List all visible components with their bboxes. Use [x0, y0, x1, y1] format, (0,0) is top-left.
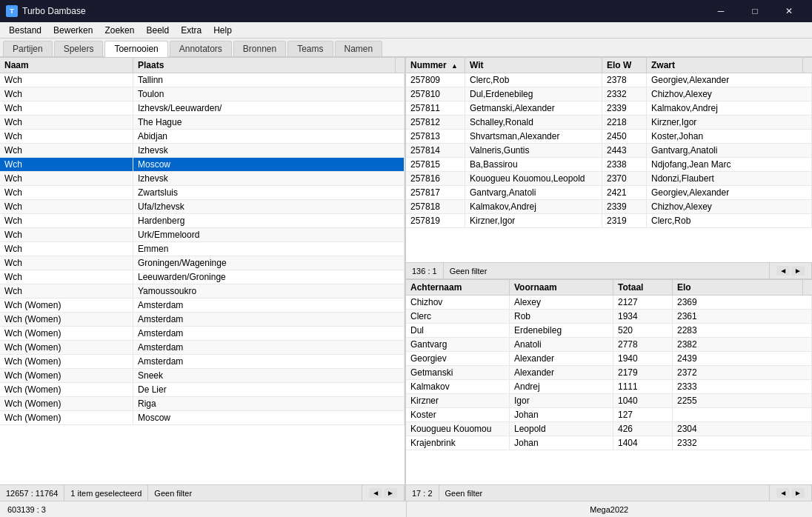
right-top-grid-body[interactable]: 257809 Clerc,Rob 2378 Georgiev,Alexander…: [406, 73, 812, 262]
left-table-row[interactable]: Wch Toulon: [0, 87, 405, 101]
right-bottom-table-row[interactable]: Kirzner Igor 1040 2255: [406, 394, 812, 408]
right-top-table-row[interactable]: 257815 Ba,Bassirou 2338 Ndjofang,Jean Ma…: [406, 158, 812, 172]
left-table-row[interactable]: Wch (Women) Sneek: [0, 369, 405, 383]
right-top-table-row[interactable]: 257818 Kalmakov,Andrej 2339 Chizhov,Alex…: [406, 200, 812, 214]
right-bottom-table-row[interactable]: Koster Johan 127: [406, 408, 812, 422]
right-bottom-cell-totaal: 127: [613, 408, 673, 421]
col-header-wit[interactable]: Wit: [465, 58, 602, 73]
right-top-table-row[interactable]: 257811 Getmanski,Alexander 2339 Kalmakov…: [406, 101, 812, 116]
right-bottom-cell-voornaam: Johan: [510, 436, 613, 450]
menu-bewerken[interactable]: Bewerken: [47, 24, 99, 37]
tab-bronnen[interactable]: Bronnen: [233, 41, 286, 56]
right-bottom-nav-next[interactable]: ►: [791, 488, 805, 498]
right-top-cell-wit: Getmanski,Alexander: [465, 101, 602, 115]
right-top-table-row[interactable]: 257817 Gantvarg,Anatoli 2421 Georgiev,Al…: [406, 186, 812, 200]
left-table-row[interactable]: Wch (Women) Amsterdam: [0, 341, 405, 355]
left-table-row[interactable]: Wch Izhevsk/Leeuwarden/: [0, 101, 405, 116]
left-table-row[interactable]: Wch (Women) Moscow: [0, 411, 405, 425]
menu-help[interactable]: Help: [207, 24, 238, 37]
col-header-elow[interactable]: Elo W: [602, 58, 647, 73]
col-header-voornaam[interactable]: Voornaam: [510, 280, 613, 295]
right-top-table-row[interactable]: 257812 Schalley,Ronald 2218 Kirzner,Igor: [406, 116, 812, 130]
menu-zoeken[interactable]: Zoeken: [99, 24, 140, 37]
menu-bestand[interactable]: Bestand: [3, 24, 47, 37]
left-table-row[interactable]: Wch Abidjan: [0, 130, 405, 144]
right-bottom-table-row[interactable]: Krajenbrink Johan 1404 2332: [406, 436, 812, 450]
col-header-totaal[interactable]: Totaal: [613, 280, 673, 295]
left-table-row[interactable]: Wch Ufa/Izhevsk: [0, 200, 405, 214]
right-top-cell-wit: Kalmakov,Andrej: [465, 200, 602, 213]
right-bottom-cell-elo: 2382: [673, 338, 812, 351]
col-header-elo[interactable]: Elo: [673, 280, 803, 295]
right-bottom-table-row[interactable]: Getmanski Alexander 2179 2372: [406, 366, 812, 380]
left-table-row[interactable]: Wch (Women) De Lier: [0, 383, 405, 397]
left-table-row[interactable]: Wch Moscow: [0, 158, 405, 172]
left-table-row[interactable]: Wch (Women) Amsterdam: [0, 298, 405, 313]
col-header-zwart[interactable]: Zwart: [647, 58, 803, 73]
left-table-row[interactable]: Wch Leeuwarden/Groninge: [0, 270, 405, 284]
right-bottom-table-row[interactable]: Georgiev Alexander 1940 2439: [406, 352, 812, 366]
left-cell-plaats: Hardenberg: [133, 214, 405, 227]
menu-extra[interactable]: Extra: [175, 24, 207, 37]
right-top-cell-nummer: 257812: [406, 116, 465, 129]
right-bottom-table-row[interactable]: Kouogueu Kouomou Leopold 426 2304: [406, 422, 812, 436]
left-table-row[interactable]: Wch Zwartsluis: [0, 186, 405, 200]
right-top-cell-wit: Kirzner,Igor: [465, 214, 602, 227]
col-header-achternaam[interactable]: Achternaam: [406, 280, 510, 295]
minimize-button[interactable]: ─: [704, 0, 738, 22]
left-table-row[interactable]: Wch (Women) Amsterdam: [0, 355, 405, 369]
left-table-row[interactable]: Wch Groningen/Wageninge: [0, 256, 405, 270]
tab-partijen[interactable]: Partijen: [3, 41, 53, 56]
right-bottom-table-row[interactable]: Chizhov Alexey 2127 2369: [406, 296, 812, 310]
right-bottom-nav-prev[interactable]: ◄: [776, 488, 790, 498]
left-table-row[interactable]: Wch (Women) Riga: [0, 397, 405, 411]
right-top-table-row[interactable]: 257813 Shvartsman,Alexander 2450 Koster,…: [406, 130, 812, 144]
left-table-row[interactable]: Wch The Hague: [0, 116, 405, 130]
left-grid-body[interactable]: Wch Tallinn Wch Toulon Wch Izhevsk/Leeuw…: [0, 73, 405, 484]
left-table-row[interactable]: Wch Urk/Emmeloord: [0, 228, 405, 242]
right-top-nav-next[interactable]: ►: [791, 266, 805, 276]
right-top-cell-nummer: 257814: [406, 144, 465, 157]
right-top-table-row[interactable]: 257814 Valneris,Guntis 2443 Gantvarg,Ana…: [406, 144, 812, 158]
menu-beeld[interactable]: Beeld: [140, 24, 175, 37]
menu-bar: Bestand Bewerken Zoeken Beeld Extra Help: [0, 22, 812, 39]
col-header-nummer[interactable]: Nummer ▲: [406, 58, 465, 73]
left-table-row[interactable]: Wch Izhevsk: [0, 144, 405, 158]
left-table-row[interactable]: Wch (Women) Amsterdam: [0, 327, 405, 341]
right-bottom-table-row[interactable]: Clerc Rob 1934 2361: [406, 310, 812, 324]
left-table-row[interactable]: Wch Emmen: [0, 242, 405, 256]
right-bottom-grid-body[interactable]: Chizhov Alexey 2127 2369 Clerc Rob 1934 …: [406, 296, 812, 484]
right-bottom-table-row[interactable]: Kalmakov Andrej 1111 2333: [406, 380, 812, 394]
tab-annotators[interactable]: Annotators: [170, 41, 232, 56]
right-top-table-row[interactable]: 257810 Dul,Erdenebileg 2332 Chizhov,Alex…: [406, 87, 812, 101]
left-table-row[interactable]: Wch Izhevsk: [0, 172, 405, 186]
left-nav-prev[interactable]: ◄: [369, 488, 382, 498]
left-cell-plaats: Abidjan: [133, 130, 405, 143]
left-table-row[interactable]: Wch (Women) Amsterdam: [0, 313, 405, 327]
left-cell-naam: Wch: [0, 256, 133, 270]
left-nav-next[interactable]: ►: [384, 488, 397, 498]
left-table-row[interactable]: Wch Yamoussoukro: [0, 284, 405, 298]
right-bottom-table-row[interactable]: Gantvarg Anatoli 2778 2382: [406, 338, 812, 352]
tab-teams[interactable]: Teams: [287, 41, 333, 56]
tab-spelers[interactable]: Spelers: [54, 41, 104, 56]
right-top-table-row[interactable]: 257819 Kirzner,Igor 2319 Clerc,Rob: [406, 214, 812, 228]
right-top-cell-elow: 2421: [602, 186, 647, 199]
left-cell-plaats: Moscow: [133, 158, 405, 171]
tab-namen[interactable]: Namen: [335, 41, 383, 56]
left-cell-naam: Wch (Women): [0, 298, 133, 312]
close-button[interactable]: ✕: [772, 0, 806, 22]
left-cell-naam: Wch (Women): [0, 327, 133, 340]
right-top-nav-prev[interactable]: ◄: [776, 266, 790, 276]
col-header-naam: Naam: [0, 58, 133, 73]
right-top-table-row[interactable]: 257816 Kouogueu Kouomou,Leopold 2370 Ndo…: [406, 172, 812, 186]
right-bottom-nav: ◄ ►: [770, 485, 812, 501]
left-table-row[interactable]: Wch Tallinn: [0, 73, 405, 87]
right-bottom-cell-elo: 2283: [673, 324, 812, 337]
left-cell-plaats: Izhevsk: [133, 144, 405, 157]
tab-toernooien[interactable]: Toernooien: [104, 41, 167, 57]
right-top-table-row[interactable]: 257809 Clerc,Rob 2378 Georgiev,Alexander: [406, 73, 812, 87]
maximize-button[interactable]: □: [738, 0, 772, 22]
left-table-row[interactable]: Wch Hardenberg: [0, 214, 405, 228]
right-bottom-table-row[interactable]: Dul Erdenebileg 520 2283: [406, 324, 812, 338]
